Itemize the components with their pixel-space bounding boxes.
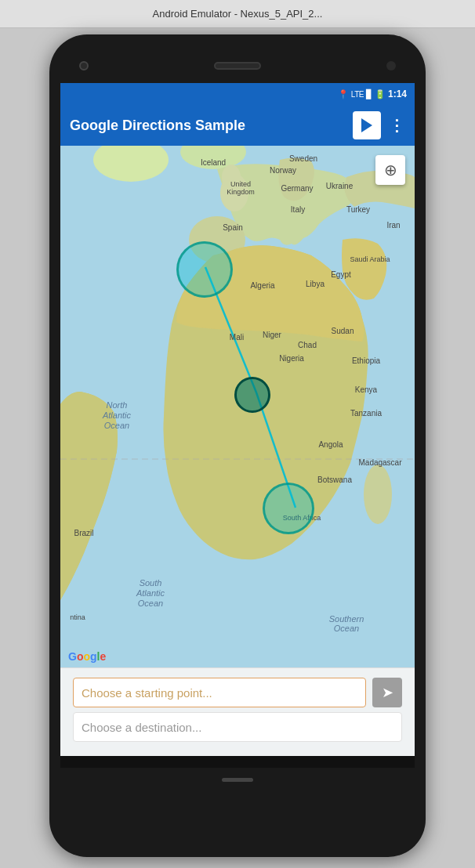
title-bar-text: Android Emulator - Nexus_5_API_2... bbox=[153, 8, 323, 20]
input-panel: Choose a starting point... ➤ Choose a de… bbox=[60, 667, 415, 756]
arrow-right-icon: ➤ bbox=[382, 684, 393, 701]
svg-text:Ethiopia: Ethiopia bbox=[352, 356, 381, 365]
svg-text:Atlantic: Atlantic bbox=[136, 588, 165, 598]
sensor bbox=[386, 61, 396, 71]
svg-text:Niger: Niger bbox=[263, 331, 282, 339]
starting-point-input[interactable]: Choose a starting point... bbox=[73, 678, 366, 707]
bottom-nav-bar bbox=[60, 756, 415, 768]
map-svg: North Atlantic Ocean South Atlantic Ocea… bbox=[60, 146, 415, 667]
svg-text:Madagascar: Madagascar bbox=[358, 458, 402, 467]
time-display: 1:14 bbox=[388, 89, 407, 99]
battery-icon: 🔋 bbox=[375, 89, 386, 99]
recent-nav-button[interactable] bbox=[339, 760, 373, 768]
svg-text:Libya: Libya bbox=[306, 280, 325, 288]
destination-row: Choose a destination... bbox=[73, 712, 402, 742]
svg-point-6 bbox=[364, 465, 392, 524]
svg-text:Spain: Spain bbox=[223, 223, 243, 232]
destination-placeholder: Choose a destination... bbox=[82, 721, 201, 734]
svg-text:Turkey: Turkey bbox=[346, 205, 370, 214]
arrow-icon bbox=[361, 118, 372, 132]
my-location-button[interactable]: ⊕ bbox=[375, 155, 405, 185]
svg-text:Ocean: Ocean bbox=[104, 421, 129, 430]
svg-text:Brazil: Brazil bbox=[74, 529, 93, 537]
phone-bottom-bar bbox=[60, 768, 415, 791]
svg-text:Italy: Italy bbox=[291, 205, 305, 214]
svg-text:Algeria: Algeria bbox=[250, 281, 275, 290]
south-africa-marker[interactable] bbox=[263, 483, 314, 534]
phone-shell: 📍 LTE ▊ 🔋 1:14 Google Directions Sample … bbox=[49, 34, 426, 857]
phone-screen: 📍 LTE ▊ 🔋 1:14 Google Directions Sample … bbox=[60, 83, 415, 768]
svg-text:South: South bbox=[140, 578, 162, 588]
location-status-icon: 📍 bbox=[338, 89, 349, 99]
svg-text:Tanzania: Tanzania bbox=[350, 409, 382, 418]
svg-text:Kingdom: Kingdom bbox=[227, 188, 255, 196]
front-camera bbox=[79, 61, 89, 71]
svg-text:Southern: Southern bbox=[329, 614, 364, 624]
svg-text:Iceland: Iceland bbox=[201, 158, 226, 167]
svg-text:Angola: Angola bbox=[318, 440, 343, 449]
svg-text:Atlantic: Atlantic bbox=[102, 410, 132, 420]
home-nav-button[interactable] bbox=[220, 760, 255, 768]
svg-text:Norway: Norway bbox=[270, 166, 296, 175]
svg-text:Iran: Iran bbox=[386, 221, 400, 230]
status-icons: 📍 LTE ▊ 🔋 1:14 bbox=[338, 89, 407, 99]
svg-text:ntina: ntina bbox=[70, 613, 85, 621]
directions-nav-icon[interactable] bbox=[353, 111, 381, 139]
svg-text:Mali: Mali bbox=[230, 333, 244, 342]
google-logo: Google bbox=[68, 650, 106, 663]
destination-input[interactable]: Choose a destination... bbox=[73, 712, 402, 742]
nigeria-marker[interactable] bbox=[234, 377, 270, 413]
lte-icon: LTE bbox=[351, 90, 364, 99]
svg-text:United: United bbox=[230, 180, 251, 188]
more-menu-button[interactable]: ⋮ bbox=[389, 116, 405, 135]
svg-text:Sweden: Sweden bbox=[289, 154, 317, 163]
google-logo-text: G bbox=[68, 650, 77, 663]
svg-text:Kenya: Kenya bbox=[355, 385, 378, 394]
svg-text:Ukraine: Ukraine bbox=[326, 182, 354, 190]
navigate-button[interactable]: ➤ bbox=[372, 678, 402, 707]
starting-point-row: Choose a starting point... ➤ bbox=[73, 678, 402, 707]
svg-text:Ocean: Ocean bbox=[138, 599, 163, 608]
crosshair-icon: ⊕ bbox=[384, 161, 397, 179]
svg-text:Nigeria: Nigeria bbox=[279, 354, 304, 363]
starting-point-placeholder: Choose a starting point... bbox=[82, 686, 212, 700]
map-view[interactable]: North Atlantic Ocean South Atlantic Ocea… bbox=[60, 146, 415, 667]
spain-marker[interactable] bbox=[176, 241, 233, 298]
svg-text:North: North bbox=[107, 400, 128, 410]
svg-text:Botswana: Botswana bbox=[317, 476, 352, 484]
title-bar: Android Emulator - Nexus_5_API_2... bbox=[0, 0, 475, 28]
phone-top-bar bbox=[60, 49, 415, 83]
svg-text:Germany: Germany bbox=[281, 184, 313, 193]
speaker bbox=[214, 62, 261, 70]
app-title: Google Directions Sample bbox=[70, 118, 345, 134]
status-bar: 📍 LTE ▊ 🔋 1:14 bbox=[60, 83, 415, 105]
svg-text:Sudan: Sudan bbox=[332, 327, 354, 335]
svg-text:Ocean: Ocean bbox=[334, 624, 359, 633]
svg-text:Saudi Arabia: Saudi Arabia bbox=[350, 255, 390, 263]
svg-text:Chad: Chad bbox=[298, 341, 317, 349]
svg-text:Egypt: Egypt bbox=[331, 270, 351, 279]
back-nav-button[interactable] bbox=[102, 760, 136, 768]
signal-icon: ▊ bbox=[366, 89, 372, 99]
app-bar: Google Directions Sample ⋮ bbox=[60, 105, 415, 146]
home-indicator bbox=[222, 778, 253, 782]
